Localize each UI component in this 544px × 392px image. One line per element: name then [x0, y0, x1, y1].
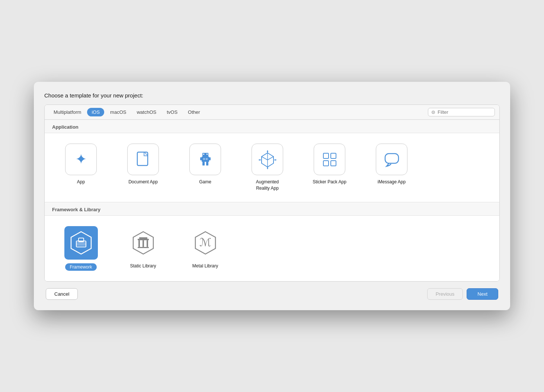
filter-input[interactable]	[438, 109, 492, 115]
svg-rect-3	[203, 154, 204, 155]
svg-text:ℳ: ℳ	[199, 236, 211, 248]
svg-rect-39	[138, 239, 149, 240]
svg-rect-8	[202, 162, 205, 166]
framework-label: Framework	[65, 263, 96, 271]
main-panel: Multiplatform iOS macOS watchOS tvOS Oth…	[44, 105, 500, 282]
imessage-app-label: iMessage App	[378, 179, 406, 185]
template-metal-library[interactable]: ℳ Metal Library	[176, 223, 234, 274]
document-app-label: Document App	[128, 179, 158, 185]
template-sticker-pack[interactable]: Sticker Pack App	[301, 141, 358, 195]
static-library-icon-wrapper	[127, 226, 160, 260]
tab-watchos[interactable]: watchOS	[132, 108, 161, 116]
ar-app-icon-box	[252, 144, 283, 175]
svg-marker-24	[275, 159, 277, 161]
metal-library-icon-wrapper: ℳ	[189, 226, 222, 260]
svg-rect-5	[202, 157, 209, 162]
svg-rect-9	[206, 162, 208, 166]
template-static-library[interactable]: Static Library	[114, 223, 172, 274]
tab-ios[interactable]: iOS	[87, 108, 104, 116]
sticker-pack-icon	[320, 150, 339, 169]
game-label: Game	[199, 179, 211, 185]
framework-icon-wrapper	[64, 226, 98, 260]
svg-marker-18	[267, 150, 268, 152]
tab-multiplatform[interactable]: Multiplatform	[49, 108, 86, 116]
sticker-pack-label: Sticker Pack App	[313, 179, 346, 185]
previous-button[interactable]: Previous	[427, 288, 463, 300]
tab-bar: Multiplatform iOS macOS watchOS tvOS Oth…	[45, 105, 499, 120]
svg-rect-28	[331, 161, 336, 166]
template-imessage-app[interactable]: iMessage App	[363, 141, 420, 195]
svg-rect-4	[207, 154, 208, 155]
svg-rect-33	[76, 244, 86, 245]
imessage-app-icon	[382, 150, 401, 169]
new-project-dialog: Choose a template for your new project: …	[34, 82, 510, 310]
static-library-icon	[130, 230, 156, 256]
application-section-content: ✦ App Document App	[45, 133, 499, 202]
bottom-bar: Cancel Previous Next	[44, 282, 500, 301]
svg-marker-22	[258, 159, 260, 161]
document-app-icon	[134, 150, 153, 169]
framework-section-content: Framework	[45, 216, 499, 281]
template-app[interactable]: ✦ App	[52, 141, 110, 195]
svg-rect-7	[209, 157, 211, 160]
svg-rect-11	[206, 158, 208, 160]
svg-rect-36	[138, 240, 140, 247]
application-section: Application ✦ App	[45, 120, 499, 202]
svg-rect-32	[76, 242, 86, 244]
filter-box[interactable]: ⊜	[428, 108, 495, 116]
svg-rect-41	[138, 247, 149, 248]
metal-library-icon: ℳ	[192, 230, 218, 256]
application-section-header: Application	[45, 120, 499, 133]
tab-other[interactable]: Other	[183, 108, 205, 116]
svg-rect-38	[147, 240, 148, 247]
template-ar-app[interactable]: Augmented Reality App	[239, 141, 296, 195]
dialog-title: Choose a template for your new project:	[44, 92, 500, 99]
svg-rect-40	[139, 237, 147, 239]
svg-marker-20	[267, 168, 268, 169]
svg-line-14	[268, 157, 273, 160]
svg-line-15	[262, 157, 268, 160]
btn-right-group: Previous Next	[427, 288, 498, 300]
ar-app-icon	[258, 150, 277, 169]
template-document-app[interactable]: Document App	[114, 141, 172, 195]
template-framework[interactable]: Framework	[52, 223, 110, 274]
app-icon: ✦	[71, 150, 91, 169]
svg-rect-26	[331, 153, 336, 158]
game-icon-box	[189, 144, 221, 175]
svg-rect-10	[203, 158, 205, 160]
app-icon-box: ✦	[65, 144, 97, 175]
framework-library-section: Framework & Library Framework	[45, 202, 499, 281]
svg-rect-25	[323, 153, 329, 158]
imessage-app-icon-box	[376, 144, 407, 175]
ar-app-label: Augmented Reality App	[256, 179, 279, 192]
game-icon	[196, 150, 215, 169]
document-app-icon-box	[127, 144, 159, 175]
framework-section-header: Framework & Library	[45, 202, 499, 216]
template-game[interactable]: Game	[176, 141, 234, 195]
framework-icon	[68, 230, 94, 256]
tab-tvos[interactable]: tvOS	[162, 108, 182, 116]
svg-rect-37	[143, 240, 144, 247]
metal-library-label: Metal Library	[192, 263, 218, 269]
next-button[interactable]: Next	[467, 288, 498, 300]
cancel-button[interactable]: Cancel	[46, 288, 78, 300]
tab-macos[interactable]: macOS	[106, 108, 131, 116]
sticker-pack-icon-box	[314, 144, 345, 175]
svg-text:✦: ✦	[75, 151, 87, 167]
svg-rect-29	[385, 154, 399, 163]
svg-rect-6	[200, 157, 202, 160]
svg-rect-27	[323, 161, 329, 166]
app-label: App	[77, 179, 85, 185]
static-library-label: Static Library	[130, 263, 156, 269]
filter-icon: ⊜	[431, 109, 435, 115]
